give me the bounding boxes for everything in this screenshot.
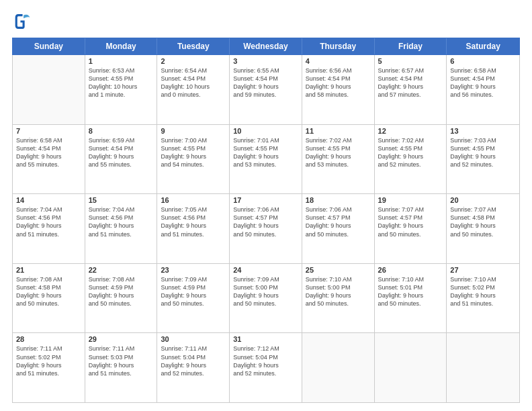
calendar-week-4: 21Sunrise: 7:08 AM Sunset: 4:58 PM Dayli… xyxy=(13,264,519,334)
day-info: Sunrise: 7:07 AM Sunset: 4:57 PM Dayligh… xyxy=(378,205,443,238)
day-info: Sunrise: 7:10 AM Sunset: 5:00 PM Dayligh… xyxy=(306,275,371,308)
day-info: Sunrise: 7:00 AM Sunset: 4:55 PM Dayligh… xyxy=(161,136,226,169)
calendar-cell xyxy=(302,333,375,402)
day-number: 26 xyxy=(378,266,443,274)
calendar-week-5: 28Sunrise: 7:11 AM Sunset: 5:02 PM Dayli… xyxy=(13,333,519,402)
day-info: Sunrise: 7:12 AM Sunset: 5:04 PM Dayligh… xyxy=(233,345,298,377)
calendar-body: 1Sunrise: 6:53 AM Sunset: 4:55 PM Daylig… xyxy=(12,55,520,403)
day-info: Sunrise: 6:58 AM Sunset: 4:54 PM Dayligh… xyxy=(16,136,81,169)
day-number: 27 xyxy=(450,266,516,274)
day-info: Sunrise: 6:59 AM Sunset: 4:54 PM Dayligh… xyxy=(89,136,154,169)
day-info: Sunrise: 7:10 AM Sunset: 5:01 PM Dayligh… xyxy=(378,275,443,308)
day-info: Sunrise: 7:05 AM Sunset: 4:56 PM Dayligh… xyxy=(161,205,226,238)
calendar-week-3: 14Sunrise: 7:04 AM Sunset: 4:56 PM Dayli… xyxy=(13,194,519,264)
day-number: 22 xyxy=(89,266,154,274)
day-number: 2 xyxy=(161,57,226,65)
day-info: Sunrise: 6:58 AM Sunset: 4:54 PM Dayligh… xyxy=(450,66,516,99)
calendar-cell: 16Sunrise: 7:05 AM Sunset: 4:56 PM Dayli… xyxy=(157,194,230,263)
logo-icon xyxy=(12,12,31,31)
calendar-cell: 9Sunrise: 7:00 AM Sunset: 4:55 PM Daylig… xyxy=(157,125,230,194)
day-info: Sunrise: 7:04 AM Sunset: 4:56 PM Dayligh… xyxy=(89,205,154,238)
day-info: Sunrise: 7:06 AM Sunset: 4:57 PM Dayligh… xyxy=(306,205,371,238)
day-number: 24 xyxy=(233,266,298,274)
calendar-cell: 30Sunrise: 7:11 AM Sunset: 5:04 PM Dayli… xyxy=(157,333,230,402)
calendar-cell: 31Sunrise: 7:12 AM Sunset: 5:04 PM Dayli… xyxy=(230,333,302,402)
calendar-week-1: 1Sunrise: 6:53 AM Sunset: 4:55 PM Daylig… xyxy=(13,55,519,125)
day-number: 12 xyxy=(378,127,443,135)
day-info: Sunrise: 7:08 AM Sunset: 4:58 PM Dayligh… xyxy=(16,275,81,308)
day-number: 16 xyxy=(161,196,226,204)
day-number: 17 xyxy=(233,196,298,204)
day-info: Sunrise: 7:07 AM Sunset: 4:58 PM Dayligh… xyxy=(450,205,516,238)
header xyxy=(12,12,520,31)
day-info: Sunrise: 7:04 AM Sunset: 4:56 PM Dayligh… xyxy=(16,205,81,238)
day-number: 30 xyxy=(161,335,226,343)
calendar-cell: 10Sunrise: 7:01 AM Sunset: 4:55 PM Dayli… xyxy=(230,125,302,194)
calendar-cell: 21Sunrise: 7:08 AM Sunset: 4:58 PM Dayli… xyxy=(13,264,85,333)
calendar-cell xyxy=(13,55,85,124)
day-number: 28 xyxy=(16,335,81,343)
logo xyxy=(12,12,34,31)
day-number: 9 xyxy=(161,127,226,135)
calendar-cell: 17Sunrise: 7:06 AM Sunset: 4:57 PM Dayli… xyxy=(230,194,302,263)
day-info: Sunrise: 7:10 AM Sunset: 5:02 PM Dayligh… xyxy=(450,275,516,308)
calendar-cell: 26Sunrise: 7:10 AM Sunset: 5:01 PM Dayli… xyxy=(375,264,447,333)
calendar-cell xyxy=(375,333,447,402)
calendar-cell: 8Sunrise: 6:59 AM Sunset: 4:54 PM Daylig… xyxy=(85,125,158,194)
day-number: 8 xyxy=(89,127,154,135)
calendar-cell: 11Sunrise: 7:02 AM Sunset: 4:55 PM Dayli… xyxy=(302,125,375,194)
calendar-cell: 6Sunrise: 6:58 AM Sunset: 4:54 PM Daylig… xyxy=(447,55,519,124)
day-info: Sunrise: 6:53 AM Sunset: 4:55 PM Dayligh… xyxy=(89,66,154,99)
day-info: Sunrise: 6:55 AM Sunset: 4:54 PM Dayligh… xyxy=(233,66,298,99)
calendar-cell: 15Sunrise: 7:04 AM Sunset: 4:56 PM Dayli… xyxy=(85,194,158,263)
calendar-cell: 19Sunrise: 7:07 AM Sunset: 4:57 PM Dayli… xyxy=(375,194,447,263)
calendar-header-saturday: Saturday xyxy=(447,38,519,54)
day-number: 23 xyxy=(161,266,226,274)
day-info: Sunrise: 7:03 AM Sunset: 4:55 PM Dayligh… xyxy=(450,136,516,169)
day-info: Sunrise: 7:11 AM Sunset: 5:04 PM Dayligh… xyxy=(161,345,226,377)
calendar: SundayMondayTuesdayWednesdayThursdayFrid… xyxy=(12,38,520,403)
calendar-cell: 12Sunrise: 7:02 AM Sunset: 4:55 PM Dayli… xyxy=(375,125,447,194)
day-info: Sunrise: 7:11 AM Sunset: 5:03 PM Dayligh… xyxy=(89,345,154,377)
calendar-cell: 20Sunrise: 7:07 AM Sunset: 4:58 PM Dayli… xyxy=(447,194,519,263)
day-info: Sunrise: 6:57 AM Sunset: 4:54 PM Dayligh… xyxy=(378,66,443,99)
day-number: 21 xyxy=(16,266,81,274)
day-info: Sunrise: 7:09 AM Sunset: 5:00 PM Dayligh… xyxy=(233,275,298,308)
page: SundayMondayTuesdayWednesdayThursdayFrid… xyxy=(0,0,532,411)
calendar-cell: 23Sunrise: 7:09 AM Sunset: 4:59 PM Dayli… xyxy=(157,264,230,333)
day-info: Sunrise: 7:02 AM Sunset: 4:55 PM Dayligh… xyxy=(378,136,443,169)
calendar-week-2: 7Sunrise: 6:58 AM Sunset: 4:54 PM Daylig… xyxy=(13,125,519,195)
calendar-header-tuesday: Tuesday xyxy=(157,38,230,54)
day-number: 19 xyxy=(378,196,443,204)
day-info: Sunrise: 7:01 AM Sunset: 4:55 PM Dayligh… xyxy=(233,136,298,169)
calendar-header-row: SundayMondayTuesdayWednesdayThursdayFrid… xyxy=(12,38,520,55)
calendar-header-thursday: Thursday xyxy=(302,38,375,54)
day-number: 13 xyxy=(450,127,516,135)
day-info: Sunrise: 7:06 AM Sunset: 4:57 PM Dayligh… xyxy=(233,205,298,238)
calendar-cell: 13Sunrise: 7:03 AM Sunset: 4:55 PM Dayli… xyxy=(447,125,519,194)
day-number: 6 xyxy=(450,57,516,65)
calendar-cell: 29Sunrise: 7:11 AM Sunset: 5:03 PM Dayli… xyxy=(85,333,158,402)
day-number: 10 xyxy=(233,127,298,135)
calendar-cell: 1Sunrise: 6:53 AM Sunset: 4:55 PM Daylig… xyxy=(85,55,158,124)
day-number: 5 xyxy=(378,57,443,65)
day-number: 25 xyxy=(306,266,371,274)
day-number: 18 xyxy=(306,196,371,204)
calendar-cell: 14Sunrise: 7:04 AM Sunset: 4:56 PM Dayli… xyxy=(13,194,85,263)
calendar-cell xyxy=(447,333,519,402)
calendar-header-sunday: Sunday xyxy=(13,38,85,54)
day-number: 29 xyxy=(89,335,154,343)
calendar-cell: 2Sunrise: 6:54 AM Sunset: 4:54 PM Daylig… xyxy=(157,55,230,124)
calendar-cell: 5Sunrise: 6:57 AM Sunset: 4:54 PM Daylig… xyxy=(375,55,447,124)
calendar-header-monday: Monday xyxy=(85,38,158,54)
calendar-header-wednesday: Wednesday xyxy=(230,38,302,54)
day-number: 14 xyxy=(16,196,81,204)
day-number: 4 xyxy=(306,57,371,65)
day-number: 11 xyxy=(306,127,371,135)
calendar-cell: 28Sunrise: 7:11 AM Sunset: 5:02 PM Dayli… xyxy=(13,333,85,402)
day-info: Sunrise: 7:09 AM Sunset: 4:59 PM Dayligh… xyxy=(161,275,226,308)
day-number: 15 xyxy=(89,196,154,204)
day-number: 31 xyxy=(233,335,298,343)
day-info: Sunrise: 7:08 AM Sunset: 4:59 PM Dayligh… xyxy=(89,275,154,308)
day-number: 20 xyxy=(450,196,516,204)
